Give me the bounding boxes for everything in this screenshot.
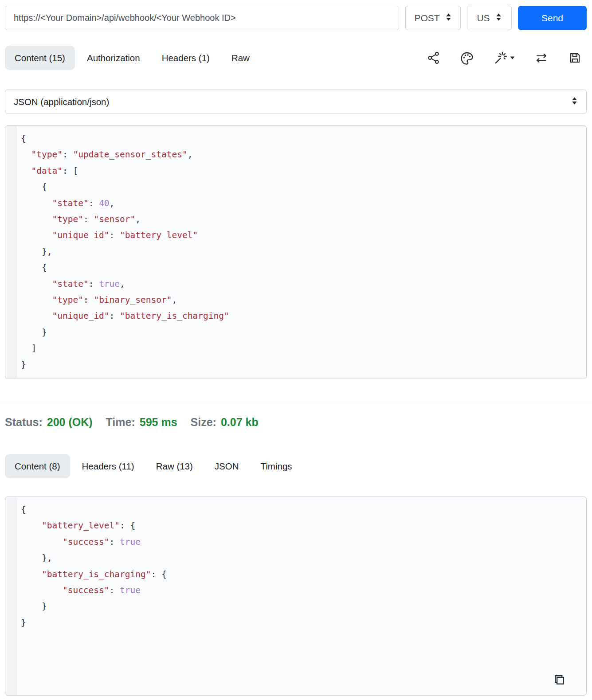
chevron-expand-icon — [495, 13, 502, 23]
response-status-bar: Status: 200 (OK) Time: 595 ms Size: 0.07… — [0, 413, 592, 431]
tab-request-authorization[interactable]: Authorization — [77, 46, 150, 70]
tab-response-json[interactable]: JSON — [205, 454, 249, 478]
response-body-viewer: { "battery_level": { "success": true }, … — [5, 497, 587, 696]
body-type-select[interactable]: JSON (application/json) — [5, 90, 587, 114]
chevron-expand-icon — [571, 97, 578, 107]
palette-icon[interactable] — [460, 51, 474, 65]
response-size: Size: 0.07 kb — [191, 416, 259, 429]
response-time: Time: 595 ms — [106, 416, 177, 429]
request-bar: POST US Send — [0, 0, 592, 30]
editor-gutter — [5, 126, 16, 379]
request-body-code[interactable]: { "type": "update_sensor_states", "data"… — [16, 126, 586, 379]
share-icon[interactable] — [427, 51, 440, 65]
tab-response-raw[interactable]: Raw (13) — [146, 454, 203, 478]
status-value: 200 (OK) — [47, 416, 93, 429]
time-label: Time: — [106, 416, 135, 429]
tab-response-timings[interactable]: Timings — [251, 454, 302, 478]
status-code: Status: 200 (OK) — [5, 416, 93, 429]
url-input[interactable] — [5, 6, 399, 30]
request-body-editor[interactable]: { "type": "update_sensor_states", "data"… — [5, 125, 587, 379]
send-button[interactable]: Send — [518, 6, 587, 30]
response-tabs: Content (8) Headers (11) Raw (13) JSON T… — [0, 454, 592, 478]
tab-response-content[interactable]: Content (8) — [5, 454, 70, 478]
request-toolbar — [427, 51, 587, 65]
size-label: Size: — [191, 416, 216, 429]
request-tabs-row: Content (15) Authorization Headers (1) R… — [0, 46, 592, 70]
tab-request-raw[interactable]: Raw — [222, 46, 259, 70]
tab-request-headers[interactable]: Headers (1) — [152, 46, 220, 70]
caret-down-icon — [510, 55, 515, 61]
copy-icon[interactable] — [553, 673, 566, 688]
swap-arrows-icon[interactable] — [534, 51, 549, 65]
time-value: 595 ms — [140, 416, 177, 429]
region-select-value: US — [477, 13, 490, 23]
method-select[interactable]: POST — [405, 6, 461, 30]
response-body-code: { "battery_level": { "success": true }, … — [16, 497, 586, 695]
magic-wand-icon[interactable] — [494, 51, 515, 65]
save-icon[interactable] — [568, 51, 582, 65]
section-divider — [0, 401, 592, 401]
status-label: Status: — [5, 416, 43, 429]
method-select-value: POST — [414, 13, 439, 23]
viewer-gutter — [5, 497, 16, 695]
body-type-select-value: JSON (application/json) — [14, 97, 109, 107]
request-tabs: Content (15) Authorization Headers (1) R… — [5, 46, 259, 70]
tab-response-headers[interactable]: Headers (11) — [72, 454, 144, 478]
region-select[interactable]: US — [467, 6, 512, 30]
tab-request-content[interactable]: Content (15) — [5, 46, 75, 70]
chevron-expand-icon — [445, 13, 452, 23]
size-value: 0.07 kb — [221, 416, 259, 429]
